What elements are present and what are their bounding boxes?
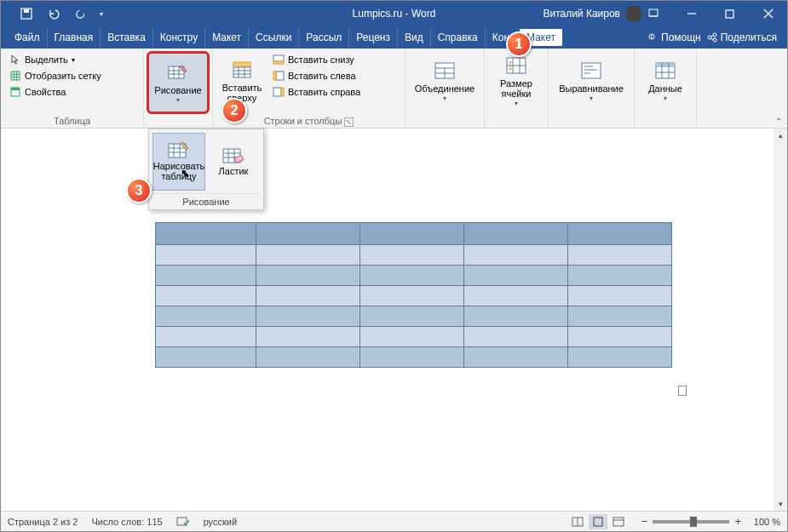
insert-below-button[interactable]: Вставить снизу <box>269 52 364 67</box>
draw-table-button[interactable]: Нарисовать таблицу ⬉ <box>152 133 205 191</box>
select-button[interactable]: Выделить▾ <box>6 52 105 67</box>
autosave-icon[interactable] <box>14 3 38 24</box>
alignment-dropdown[interactable]: Выравнивание ▾ <box>554 52 629 110</box>
svg-rect-31 <box>233 62 250 66</box>
tab-layout[interactable]: Макет <box>205 26 249 49</box>
tab-home[interactable]: Главная <box>48 26 101 49</box>
window-controls <box>634 1 787 26</box>
redo-button[interactable] <box>69 3 93 24</box>
scroll-up-icon[interactable]: ▴ <box>774 129 787 142</box>
zoom-value[interactable]: 100 % <box>746 517 780 527</box>
merge-dropdown[interactable]: Объединение ▾ <box>411 52 479 110</box>
draw-dropdown-panel: Нарисовать таблицу ⬉ Ластик Рисование <box>148 129 264 210</box>
tab-insert[interactable]: Вставка <box>101 26 153 49</box>
tell-me[interactable]: Помощн <box>647 31 701 43</box>
share-button[interactable]: Поделиться <box>706 31 777 43</box>
tab-mailings[interactable]: Рассыл <box>299 26 349 49</box>
cellsize-dropdown[interactable]: Размер ячейки ▾ <box>490 52 543 110</box>
svg-rect-14 <box>11 72 20 80</box>
maximize-button[interactable] <box>710 1 749 26</box>
svg-rect-37 <box>281 88 284 96</box>
undo-button[interactable] <box>42 3 66 24</box>
tab-help[interactable]: Справка <box>431 26 486 49</box>
insert-below-icon <box>273 54 285 66</box>
web-layout-button[interactable] <box>609 514 628 529</box>
svg-rect-26 <box>233 67 250 77</box>
eraser-icon <box>222 146 244 165</box>
title-bar: ▾ Lumpics.ru - Word Виталий Каиров <box>1 1 787 26</box>
table-row <box>156 223 672 245</box>
language-indicator[interactable]: русский <box>204 517 237 527</box>
draw-table-icon <box>168 141 190 160</box>
data-dropdown[interactable]: Данные ▾ <box>640 52 691 110</box>
share-label: Поделиться <box>721 31 777 43</box>
print-layout-button[interactable] <box>589 514 607 529</box>
svg-rect-69 <box>594 518 602 526</box>
svg-line-12 <box>710 36 713 37</box>
grid-icon <box>9 70 21 82</box>
minimize-button[interactable] <box>672 1 710 26</box>
quick-access-toolbar: ▾ <box>1 3 106 24</box>
svg-rect-20 <box>11 88 20 90</box>
zoom-out-button[interactable]: − <box>641 515 648 528</box>
vertical-scrollbar[interactable]: ▴ ▾ <box>774 129 787 511</box>
svg-rect-46 <box>582 63 601 78</box>
insert-right-icon <box>273 86 285 98</box>
insert-right-button[interactable]: Вставить справа <box>269 84 364 100</box>
tab-references[interactable]: Ссылки <box>249 26 299 49</box>
view-gridlines-button[interactable]: Отобразить сетку <box>6 68 105 83</box>
tab-file[interactable]: Файл <box>8 26 48 49</box>
insert-left-button[interactable]: Вставить слева <box>269 68 364 83</box>
close-button[interactable] <box>749 1 787 26</box>
status-bar: Страница 2 из 2 Число слов: 115 русский … <box>1 511 787 531</box>
svg-rect-1 <box>24 9 29 13</box>
callout-badge-2: 2 <box>221 98 247 123</box>
tab-design[interactable]: Констру <box>153 26 205 49</box>
scroll-down-icon[interactable]: ▾ <box>774 497 787 511</box>
tab-review[interactable]: Реценз <box>349 26 398 49</box>
word-count[interactable]: Число слов: 115 <box>91 517 162 527</box>
svg-rect-51 <box>656 63 675 67</box>
table-row <box>156 266 672 286</box>
zoom-in-button[interactable]: + <box>734 515 741 528</box>
chevron-down-icon: ▾ <box>176 97 180 105</box>
page-indicator[interactable]: Страница 2 из 2 <box>8 517 78 527</box>
qat-dropdown[interactable]: ▾ <box>96 3 106 24</box>
svg-rect-32 <box>273 55 284 61</box>
insert-left-icon <box>273 70 285 82</box>
spellcheck-icon[interactable] <box>176 516 190 528</box>
table-row <box>156 327 672 347</box>
callout-badge-1: 1 <box>506 31 532 57</box>
properties-icon <box>9 86 21 98</box>
svg-point-11 <box>713 38 716 42</box>
svg-point-10 <box>713 33 716 37</box>
eraser-button[interactable]: Ластик <box>207 133 260 191</box>
draw-panel-title: Рисование <box>152 193 260 208</box>
data-icon <box>654 60 676 82</box>
read-mode-button[interactable] <box>568 514 587 529</box>
collapse-ribbon-icon[interactable]: ⌃ <box>775 117 782 126</box>
table[interactable] <box>155 222 672 368</box>
properties-button[interactable]: Свойства <box>6 84 105 100</box>
ribbon: Выделить▾ Отобразить сетку Свойства Табл… <box>1 49 787 129</box>
ribbon-options-button[interactable] <box>634 1 672 26</box>
chevron-down-icon: ▾ <box>443 95 446 103</box>
table-row <box>156 286 672 306</box>
cellsize-icon <box>505 54 527 77</box>
svg-rect-35 <box>273 72 276 80</box>
chevron-down-icon: ▾ <box>515 100 518 108</box>
user-info[interactable]: Виталий Каиров <box>543 5 642 22</box>
svg-line-13 <box>710 38 713 40</box>
svg-rect-2 <box>649 9 658 16</box>
cursor-icon <box>9 54 21 66</box>
zoom-slider[interactable] <box>653 520 729 523</box>
table-resize-handle[interactable] <box>678 386 687 396</box>
table-row <box>156 347 672 368</box>
svg-rect-36 <box>273 88 281 96</box>
draw-dropdown-button[interactable]: Рисование ▾ <box>147 51 210 114</box>
chevron-down-icon: ▾ <box>590 95 593 103</box>
table-row <box>156 245 672 266</box>
merge-icon <box>434 60 456 82</box>
tab-view[interactable]: Вид <box>398 26 431 49</box>
chevron-down-icon: ▾ <box>664 95 667 103</box>
